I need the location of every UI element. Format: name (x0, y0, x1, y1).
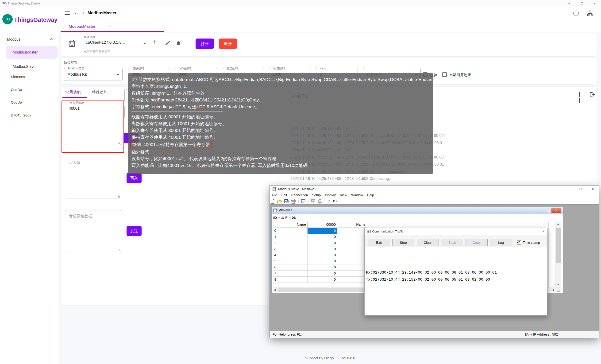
open-button[interactable]: 打开 (196, 39, 214, 49)
sidebar-item-dlt645[interactable]: Dlt645_2007 (11, 113, 31, 117)
traffic-close-icon[interactable]: × (542, 229, 545, 234)
open-file-icon[interactable] (277, 199, 282, 204)
mbslave-close-button[interactable]: × (587, 185, 599, 192)
column-header[interactable]: 00000 (308, 222, 337, 228)
back-arrow-icon[interactable]: ← (74, 10, 79, 16)
os-window-title: ThingsGateway.Demo (8, 1, 40, 5)
field-label: 发送延时 (225, 66, 239, 71)
channel-hint: 点击右侧图标以新增 (84, 49, 110, 53)
resize-grip[interactable] (118, 249, 120, 251)
raw-data-input[interactable]: 发送原始数据 (65, 210, 121, 252)
column-header[interactable] (272, 222, 278, 228)
traffic-titlebar[interactable]: Communication Traffic × (365, 228, 547, 235)
save-button[interactable]: Save (441, 239, 463, 246)
sidebar-item-label: ModbusMaster (13, 50, 38, 54)
column-header[interactable]: Name (337, 222, 367, 228)
app-topbar: ← › ModbusMaster i (60, 7, 601, 21)
sidebar-item-modbus[interactable]: Modbus (5, 36, 55, 43)
add-channel-icon[interactable]: + (153, 38, 157, 46)
delete-channel-icon[interactable] (176, 40, 181, 46)
log-button[interactable]: Log (490, 239, 512, 246)
menu-item[interactable]: Edit (279, 192, 289, 198)
mbslave1-close-button[interactable]: × (551, 208, 561, 213)
edit-channel-icon[interactable] (165, 40, 170, 46)
menu-item[interactable]: File (270, 192, 279, 198)
export-icon[interactable] (589, 92, 595, 97)
poll-icon[interactable] (311, 199, 316, 204)
sidebar-item-label: Modbus (7, 37, 20, 41)
help-icon[interactable]: ? (327, 199, 331, 203)
menu-item[interactable]: Help (365, 192, 376, 198)
tooltip-line: Bcd格式: bcdFormat=C8421, 可选C8421;C5421;C2… (131, 97, 429, 103)
menu-item[interactable]: Connection (289, 192, 310, 198)
mbslave-minimize-button[interactable]: − (562, 185, 574, 192)
vertical-scrollbar[interactable] (555, 222, 561, 287)
sidebar-item-modbusslave[interactable]: ModbusSlave (6, 62, 58, 71)
menu-icon[interactable] (65, 11, 70, 15)
mbslave1-titlebar[interactable]: Mbslave1 × (272, 207, 563, 214)
chevron-down-icon (117, 74, 120, 75)
write-value-input[interactable]: 写入值 (65, 157, 121, 198)
modbus-slave-window[interactable]: Modbus Slave - Mbslave1 − □ × FileEditCo… (270, 185, 599, 338)
tooltip-line: 写入功能码，比如40001;w=16;，代表保持寄存器第一个寄存器, 写入值时采… (131, 163, 308, 168)
address-help-tooltip: 4字节数据转换格式: dataformat=ABCD;可选ABCD=>Big-E… (128, 73, 433, 174)
tab-common-functions[interactable]: 常用功能 (65, 90, 81, 95)
sidebar-item-modbusmaster[interactable]: ModbusMaster (6, 46, 58, 59)
sidebar-item-siemens[interactable]: Siemens (11, 75, 25, 79)
resize-grip[interactable] (118, 195, 120, 198)
menu-item[interactable]: Display (323, 192, 338, 198)
print-icon[interactable] (291, 199, 296, 204)
tab-special-functions[interactable]: 特殊功能 (92, 90, 108, 95)
tooltip-line: 额外格式 (131, 149, 149, 154)
sitemap-icon[interactable] (587, 10, 593, 16)
os-maximize-button[interactable]: □ (576, 0, 588, 7)
save-icon[interactable] (284, 199, 289, 204)
traffic-log-line: Tx:027831-10:44:29.152-00 02 00 00 00 05… (366, 276, 546, 283)
timestamp-checkbox[interactable] (517, 240, 521, 244)
tooltip-line: 举例: 40001=>保持寄存器第一个寄存器 (130, 141, 212, 148)
os-close-button[interactable]: × (589, 0, 601, 7)
scrollbar-thumb[interactable] (556, 228, 561, 263)
context-help-icon[interactable]: ➤? (333, 199, 337, 203)
modbus-type-select[interactable]: Modbus类型 ModbusTcp (64, 68, 122, 81)
column-header[interactable]: Name (278, 222, 308, 228)
autodisconnect-checkbox-label: 自动断开连接 (449, 72, 471, 78)
copy-button[interactable]: Copy (466, 239, 488, 246)
tab-close-icon[interactable]: × (109, 24, 111, 29)
write-button[interactable]: 写入 (127, 173, 141, 183)
tooltip-line: 保持寄存器使用从 40001 开始的地址编号。 (131, 135, 218, 140)
send-button[interactable]: 发送 (127, 226, 141, 236)
stop-button[interactable]: Stop (392, 239, 414, 246)
pause-icon[interactable] (579, 92, 583, 97)
display-setup-icon[interactable] (301, 199, 306, 204)
autodisconnect-checkbox[interactable] (442, 72, 447, 77)
menu-item[interactable]: View (338, 192, 349, 198)
clear-button[interactable]: Clear (417, 239, 439, 246)
sidebar-item-opcua[interactable]: OpcUa (11, 100, 22, 104)
tooltip-line: 输入寄存器使用从 30001 开始的地址编号。 (131, 128, 218, 133)
mbslave-title: Modbus Slave - Mbslave1 (278, 187, 316, 191)
menu-item[interactable]: Setup (310, 192, 323, 198)
mdi-area: Mbslave1 × ID = 1: F = 03 Name 00000 Nam… (270, 204, 599, 331)
mbslave1-maximize-button[interactable] (547, 208, 550, 213)
channel-select-value[interactable]: TcpClient-127.0.0.1:5... (84, 40, 125, 45)
protocol-title: 协议配置 (64, 61, 78, 65)
mbslave-titlebar[interactable]: Modbus Slave - Mbslave1 − □ × (270, 185, 599, 192)
bell-icon[interactable] (318, 199, 322, 204)
menu-item[interactable]: Window (349, 192, 365, 198)
new-file-icon[interactable] (270, 199, 275, 204)
info-icon[interactable]: i (573, 10, 579, 16)
field-label: 连接超时 (131, 66, 145, 71)
chevron-down-icon[interactable] (143, 43, 146, 44)
sidebar-item-opcda[interactable]: OpcDa (11, 88, 22, 92)
communication-traffic-dialog[interactable]: Communication Traffic × ExitStopClearSav… (364, 228, 548, 316)
disconnect-button[interactable]: 断开 (219, 39, 237, 49)
exit-button[interactable]: Exit (368, 239, 390, 246)
mbslave-maximize-button[interactable]: □ (574, 185, 587, 192)
os-minimize-button[interactable]: − (563, 0, 575, 7)
field-value: ModbusTcp (67, 72, 87, 77)
footer-credit: Support By Diego (305, 356, 334, 360)
tab-modbusmaster[interactable]: ModbusMaster (69, 24, 96, 29)
breadcrumb: ModbusMaster (88, 10, 116, 16)
tooltip-line: 线圈寄存器使用从 00001 开始的地址编号。 (131, 114, 218, 119)
